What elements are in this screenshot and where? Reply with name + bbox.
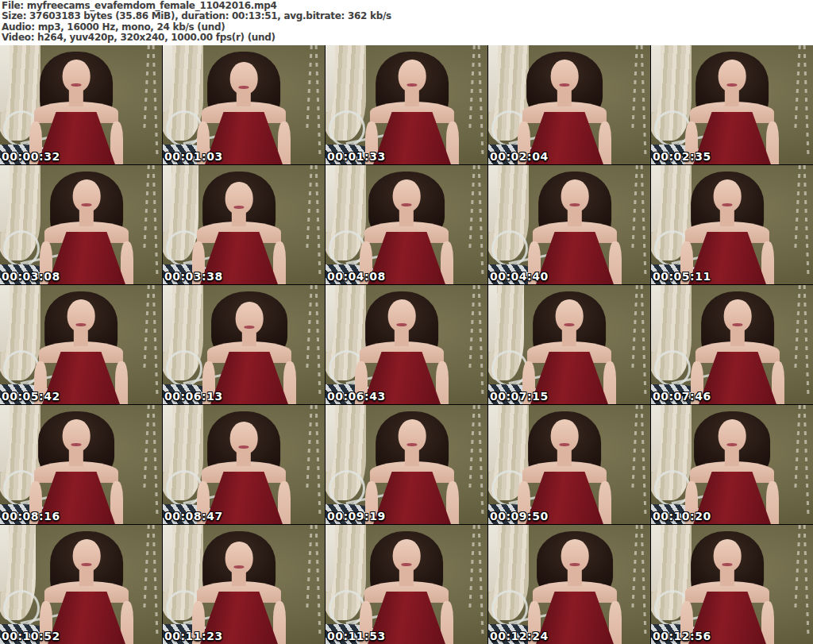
person-silhouette <box>326 165 487 284</box>
face-shape <box>236 302 264 334</box>
person-silhouette <box>6 525 162 644</box>
timestamp-label: 00:10:20 <box>653 510 711 523</box>
timestamp-label: 00:11:23 <box>164 630 223 642</box>
video-frame-thumbnail: 00:02:35 <box>651 45 813 164</box>
face-shape <box>225 182 253 214</box>
timestamp-label: 00:02:04 <box>490 150 549 163</box>
person-silhouette <box>163 165 320 284</box>
person-silhouette <box>651 45 813 164</box>
file-name-line: File: myfreecams_evafemdom_female_110420… <box>2 1 813 11</box>
person-silhouette <box>488 45 645 164</box>
person-silhouette <box>326 525 487 644</box>
video-frame-thumbnail: 00:01:33 <box>326 45 487 164</box>
face-shape <box>719 60 746 92</box>
video-frame-thumbnail: 00:08:16 <box>0 405 162 524</box>
thumbnail-grid: 00:00:32 00:01:03 <box>0 45 813 644</box>
face-shape <box>393 539 421 572</box>
video-frame-thumbnail: 00:12:56 <box>651 525 813 644</box>
video-frame-thumbnail: 00:07:15 <box>488 285 650 404</box>
person-silhouette <box>6 165 162 284</box>
timestamp-label: 00:02:35 <box>653 150 711 163</box>
timestamp-label: 00:00:32 <box>2 150 60 163</box>
face-shape <box>561 539 589 572</box>
face-shape <box>230 62 258 94</box>
person-silhouette <box>651 165 808 284</box>
timestamp-label: 00:12:56 <box>653 630 711 642</box>
face-shape <box>73 179 101 212</box>
timestamp-label: 00:11:53 <box>327 630 386 642</box>
video-frame-thumbnail: 00:02:04 <box>488 45 650 164</box>
timestamp-label: 00:01:33 <box>327 150 386 163</box>
video-frame-thumbnail: 00:08:47 <box>163 405 325 524</box>
timestamp-label: 00:07:46 <box>653 390 711 403</box>
video-frame-thumbnail: 00:11:23 <box>163 525 325 644</box>
face-shape <box>719 419 746 452</box>
face-shape <box>63 419 91 452</box>
person-silhouette <box>163 45 325 164</box>
person-silhouette <box>651 405 813 524</box>
face-shape <box>63 60 91 92</box>
person-silhouette <box>657 285 813 404</box>
timestamp-label: 00:03:08 <box>2 270 60 283</box>
timestamp-label: 00:09:19 <box>327 510 386 523</box>
video-frame-thumbnail: 00:01:03 <box>163 45 325 164</box>
person-silhouette <box>163 405 325 524</box>
timestamp-label: 00:01:03 <box>164 150 223 163</box>
timestamp-label: 00:07:15 <box>490 390 549 403</box>
person-silhouette <box>494 165 650 284</box>
video-frame-thumbnail: 00:09:19 <box>326 405 487 524</box>
timestamp-label: 00:08:16 <box>2 510 60 523</box>
timestamp-label: 00:03:38 <box>164 270 223 283</box>
face-shape <box>556 299 584 332</box>
audio-info-line: Audio: mp3, 16000 Hz, mono, 24 kb/s (und… <box>2 22 813 33</box>
person-silhouette <box>651 525 808 644</box>
file-size-line: Size: 37603183 bytes (35.86 MiB), durati… <box>2 11 813 21</box>
face-shape <box>225 542 253 574</box>
person-silhouette <box>163 525 320 644</box>
video-frame-thumbnail: 00:07:46 <box>651 285 813 404</box>
face-shape <box>561 179 589 212</box>
timestamp-label: 00:08:47 <box>164 510 223 523</box>
person-silhouette <box>488 285 650 404</box>
face-shape <box>388 299 416 332</box>
video-frame-thumbnail: 00:03:08 <box>0 165 162 284</box>
person-silhouette <box>488 405 645 524</box>
face-shape <box>714 179 742 212</box>
face-shape <box>393 179 421 212</box>
person-silhouette <box>168 285 325 404</box>
timestamp-label: 00:06:43 <box>327 390 386 403</box>
video-frame-thumbnail: 00:06:43 <box>326 285 487 404</box>
person-silhouette <box>326 285 483 404</box>
video-frame-thumbnail: 00:10:52 <box>0 525 162 644</box>
video-contact-sheet: File: myfreecams_evafemdom_female_110420… <box>0 0 813 644</box>
video-info-line: Video: h264, yuv420p, 320x240, 1000.00 f… <box>2 33 813 43</box>
timestamp-label: 00:10:52 <box>2 630 60 642</box>
timestamp-label: 00:09:50 <box>490 510 549 523</box>
face-shape <box>399 60 426 92</box>
timestamp-label: 00:06:13 <box>164 390 223 403</box>
person-silhouette <box>331 45 487 164</box>
person-silhouette <box>0 405 157 524</box>
face-shape <box>73 539 101 572</box>
person-silhouette <box>494 525 650 644</box>
timestamp-label: 00:05:11 <box>653 270 711 283</box>
video-frame-thumbnail: 00:06:13 <box>163 285 325 404</box>
video-frame-thumbnail: 00:05:11 <box>651 165 813 284</box>
person-silhouette <box>0 45 157 164</box>
person-silhouette <box>0 285 162 404</box>
timestamp-label: 00:05:42 <box>2 390 60 403</box>
video-frame-thumbnail: 00:09:50 <box>488 405 650 524</box>
timestamp-label: 00:04:08 <box>327 270 386 283</box>
face-shape <box>230 422 258 454</box>
timestamp-label: 00:04:40 <box>490 270 549 283</box>
face-shape <box>399 419 426 452</box>
timestamp-label: 00:12:24 <box>490 630 549 642</box>
person-silhouette <box>331 405 487 524</box>
video-frame-thumbnail: 00:00:32 <box>0 45 162 164</box>
video-frame-thumbnail: 00:05:42 <box>0 285 162 404</box>
media-info-header: File: myfreecams_evafemdom_female_110420… <box>0 0 813 45</box>
face-shape <box>551 60 579 92</box>
video-frame-thumbnail: 00:12:24 <box>488 525 650 644</box>
video-frame-thumbnail: 00:10:20 <box>651 405 813 524</box>
video-frame-thumbnail: 00:04:08 <box>326 165 487 284</box>
